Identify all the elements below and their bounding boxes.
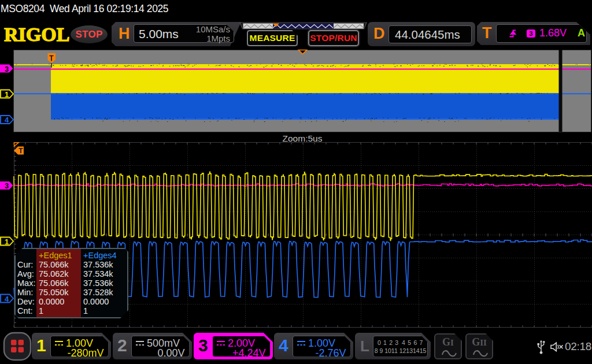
svg-text:4: 4	[5, 295, 9, 303]
svg-text:1: 1	[5, 237, 9, 246]
svg-text:3: 3	[5, 65, 9, 73]
svg-text:3: 3	[5, 181, 9, 190]
svg-text:4: 4	[5, 116, 9, 124]
svg-text:1: 1	[5, 90, 9, 99]
